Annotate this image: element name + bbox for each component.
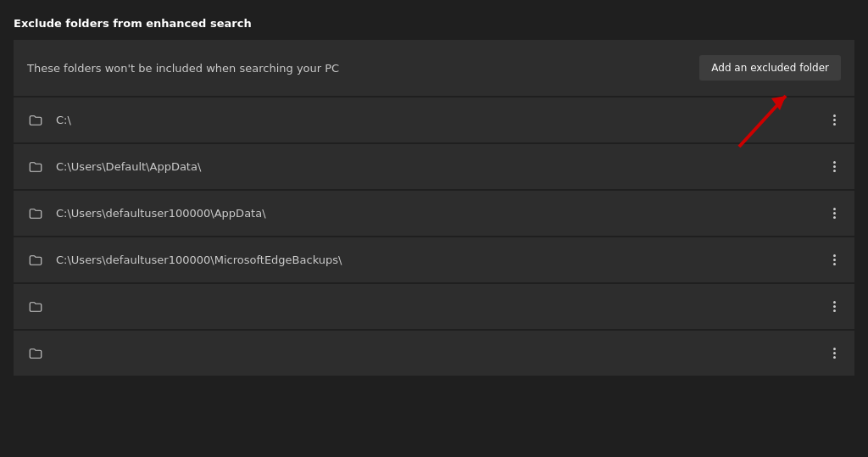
folder-path: C:\Users\defaultuser100000\MicrosoftEdge… [56,254,828,266]
section-title: Exclude folders from enhanced search [14,17,854,30]
folder-row [14,331,854,376]
more-options-button[interactable] [828,111,841,129]
folder-icon [27,112,44,129]
add-excluded-folder-button[interactable]: Add an excluded folder [699,55,841,81]
folder-path: C:\Users\defaultuser100000\AppData\ [56,207,828,220]
folder-row [14,284,854,329]
folder-row: C:\Users\Default\AppData\ [14,144,854,189]
folder-icon [27,159,44,176]
header-description: These folders won't be included when sea… [27,62,339,75]
folder-path: C:\ [56,114,828,126]
folder-row: C:\ [14,98,854,142]
header-row: These folders won't be included when sea… [14,40,854,96]
folder-path: C:\Users\Default\AppData\ [56,160,828,173]
more-options-button[interactable] [828,158,841,176]
folder-icon [27,205,44,222]
more-options-button[interactable] [828,204,841,222]
main-container: Exclude folders from enhanced search The… [0,0,868,457]
folder-list: C:\ C:\Users\Default\AppData\ [14,98,854,376]
folder-icon [27,345,44,362]
folder-icon [27,252,44,269]
more-options-button[interactable] [828,344,841,362]
more-options-button[interactable] [828,251,841,269]
folder-row: C:\Users\defaultuser100000\MicrosoftEdge… [14,237,854,282]
folder-icon [27,298,44,315]
more-options-button[interactable] [828,298,841,315]
folder-row: C:\Users\defaultuser100000\AppData\ [14,191,854,236]
